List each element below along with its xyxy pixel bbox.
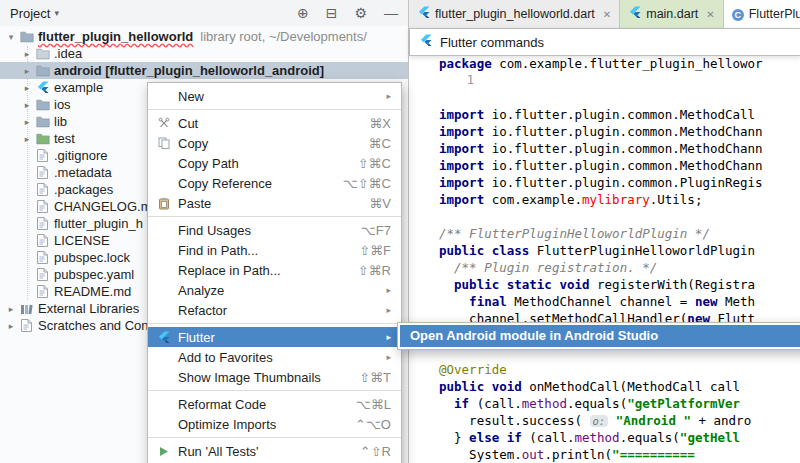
menu-item-replace-in-path[interactable]: Replace in Path...⇧⌘R xyxy=(148,260,401,280)
tree-item-label: pubspec.yaml xyxy=(54,267,134,282)
submenu-item-open-android-module-in-android-studio[interactable]: Open Android module in Android Studio xyxy=(400,325,800,347)
tree-item-label: lib xyxy=(54,114,67,129)
editor-tab-bar: flutter_plugin_helloworld.dart✕main.dart… xyxy=(409,0,800,29)
code-line: } else if (call.method.equals("getHell xyxy=(439,429,800,446)
code-line: result.success( o: "Android " + andro xyxy=(439,412,800,429)
project-panel-title[interactable]: Project xyxy=(10,6,50,21)
menu-item-run-all-tests[interactable]: Run 'All Tests'⌃⇧R xyxy=(148,441,401,461)
editor-tab-flutterplug[interactable]: CFlutterPlug xyxy=(724,0,800,28)
file-md-icon xyxy=(34,285,51,298)
tree-item-label: .packages xyxy=(54,182,113,197)
editor-tab-main-dart[interactable]: main.dart✕ xyxy=(620,0,724,28)
tree-item-label: test xyxy=(54,131,75,146)
menu-item-optimize-imports[interactable]: Optimize Imports⌃⌥O xyxy=(148,414,401,434)
expand-arrow-icon[interactable]: ▸ xyxy=(20,117,34,127)
class-icon: C xyxy=(732,7,744,21)
expand-arrow-icon[interactable]: ▸ xyxy=(20,100,34,110)
tree-item-android-flutter-plugin-helloworld-android[interactable]: ▸android [flutter_plugin_helloworld_andr… xyxy=(0,62,408,79)
menu-item-find-usages[interactable]: Find Usages⌥F7 xyxy=(148,220,401,240)
tab-label: main.dart xyxy=(646,7,698,21)
tree-item-label: Scratches and Con xyxy=(38,318,149,333)
gear-icon[interactable]: ⚙ xyxy=(354,5,367,21)
expand-arrow-icon[interactable]: ▾ xyxy=(4,32,18,42)
menu-item-analyze[interactable]: Analyze▸ xyxy=(148,280,401,300)
tree-item-label: example xyxy=(54,80,103,95)
menu-item-label: Find Usages xyxy=(178,223,251,238)
menu-item-copy-reference[interactable]: Copy Reference⌥⇧⌘C xyxy=(148,173,401,193)
code-line: if (call.method.equals("getPlatformVer xyxy=(439,395,800,412)
menu-item-label: Optimize Imports xyxy=(178,417,276,432)
menu-item-label: Reformat Code xyxy=(178,397,266,412)
submenu-arrow-icon: ▸ xyxy=(386,332,391,342)
scratches-icon xyxy=(18,319,35,332)
editor-tab-flutter-plugin-helloworld-dart[interactable]: flutter_plugin_helloworld.dart✕ xyxy=(409,0,620,28)
folder-project-icon xyxy=(18,31,35,43)
expand-arrow-icon[interactable]: ▸ xyxy=(20,83,34,93)
flutter-commands-banner[interactable]: Flutter commands xyxy=(409,28,800,56)
menu-item-shortcut: ⌘X xyxy=(369,116,391,131)
menu-item-shortcut: ⇧⌘R xyxy=(358,263,391,278)
code-line: import io.flutter.plugin.common.MethodCh… xyxy=(439,157,800,174)
menu-item-shortcut: ⌥⇧⌘C xyxy=(343,176,391,191)
menu-item-label: Copy Path xyxy=(178,156,239,171)
flutter-icon xyxy=(417,6,430,22)
tree-item-flutter-plugin-helloworld[interactable]: ▾flutter_plugin_helloworldlibrary root, … xyxy=(0,28,408,45)
expand-arrow-icon[interactable]: ▸ xyxy=(20,66,34,76)
tree-item-label: flutter_plugin_helloworld xyxy=(38,29,193,44)
line-number-gutter: 1 xyxy=(409,55,437,463)
menu-item-shortcut: ⌘C xyxy=(369,136,391,151)
menu-separator xyxy=(148,390,401,391)
menu-item-label: Flutter xyxy=(178,330,215,345)
menu-item-shortcut: ⌥F7 xyxy=(361,223,391,238)
code-line xyxy=(439,72,800,89)
menu-item-paste[interactable]: Paste⌘V xyxy=(148,193,401,213)
minimize-icon[interactable]: — xyxy=(384,5,398,21)
menu-item-refactor[interactable]: Refactor▸ xyxy=(148,300,401,320)
close-icon[interactable]: ✕ xyxy=(603,9,611,20)
code-line xyxy=(439,89,800,106)
menu-item-shortcut: ⌃⌥O xyxy=(355,417,391,432)
code-lines: package com.example.flutter_plugin_hello… xyxy=(439,55,800,463)
menu-item-reformat-code[interactable]: Reformat Code⌥⌘L xyxy=(148,394,401,414)
expand-arrow-icon[interactable]: ▸ xyxy=(20,134,34,144)
menu-item-flutter[interactable]: Flutter▸ xyxy=(148,327,401,347)
code-line: public static void registerWith(Registra xyxy=(439,276,800,293)
code-line: System.out.println("========== xyxy=(439,446,800,463)
menu-separator xyxy=(148,109,401,110)
tree-item-idea[interactable]: ▸.idea xyxy=(0,45,408,62)
menu-item-copy[interactable]: Copy⌘C xyxy=(148,133,401,153)
menu-item-find-in-path[interactable]: Find in Path...⇧⌘F xyxy=(148,240,401,260)
locate-icon[interactable]: ⊕ xyxy=(297,5,309,21)
file-icon xyxy=(34,217,51,230)
menu-item-copy-path[interactable]: Copy Path⇧⌘C xyxy=(148,153,401,173)
collapse-all-icon[interactable]: ⊟ xyxy=(326,5,338,21)
expand-arrow-icon[interactable]: ▸ xyxy=(20,49,34,59)
code-line: import io.flutter.plugin.common.MethodCh… xyxy=(439,123,800,140)
menu-item-shortcut: ⇧⌘C xyxy=(358,156,391,171)
folder-dim-icon xyxy=(34,48,51,60)
menu-item-label: Paste xyxy=(178,196,211,211)
menu-item-new[interactable]: New▸ xyxy=(148,86,401,106)
flutter-submenu: Open Android module in Android Studio xyxy=(397,322,800,350)
code-editor[interactable]: 1 package com.example.flutter_plugin_hel… xyxy=(409,55,800,463)
menu-separator xyxy=(148,216,401,217)
menu-item-shortcut: ⌘V xyxy=(369,196,391,211)
code-line: import io.flutter.plugin.common.PluginRe… xyxy=(439,174,800,191)
close-icon[interactable]: ✕ xyxy=(706,9,714,20)
menu-item-show-image-thumbnails[interactable]: Show Image Thumbnails⇧⌘T xyxy=(148,367,401,387)
flutter-icon xyxy=(628,6,641,22)
file-icon xyxy=(34,166,51,179)
tree-item-label: .idea xyxy=(54,46,82,61)
menu-item-add-to-favorites[interactable]: Add to Favorites▸ xyxy=(148,347,401,367)
menu-item-shortcut: ⇧⌘T xyxy=(359,370,391,385)
expand-arrow-icon[interactable]: ▸ xyxy=(4,321,18,331)
code-line xyxy=(439,208,800,225)
submenu-arrow-icon: ▸ xyxy=(386,91,391,101)
chevron-down-icon[interactable]: ▾ xyxy=(54,8,59,18)
expand-arrow-icon[interactable]: ▸ xyxy=(4,304,18,314)
tree-item-label: LICENSE xyxy=(54,233,110,248)
code-line: package com.example.flutter_plugin_hello… xyxy=(439,55,800,72)
editor-area[interactable]: flutter_plugin_helloworld.dart✕main.dart… xyxy=(408,0,800,463)
menu-item-cut[interactable]: Cut⌘X xyxy=(148,113,401,133)
run-icon xyxy=(155,446,172,457)
